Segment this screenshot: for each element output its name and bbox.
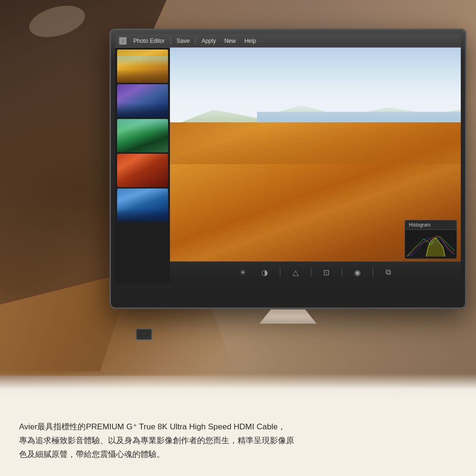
main-image-area: Histogram <box>170 48 461 283</box>
bottom-toolbar: ☀ ◑ △ ⊡ ◉ ⧉ <box>170 261 461 283</box>
histogram-panel: Histogram <box>405 220 457 259</box>
monitor-bezel: Photo Editor Save Apply New Help <box>109 29 466 309</box>
menu-new[interactable]: New <box>220 37 239 45</box>
menu-bar: Photo Editor Save Apply New Help <box>115 34 461 48</box>
menu-apply[interactable]: Apply <box>198 37 219 45</box>
contrast-icon[interactable]: ◑ <box>258 266 271 279</box>
caption-line2: 專為追求極致影音體驗、以及身為專業影像創作者的您而生，精準呈現影像原 <box>19 436 294 445</box>
watch <box>136 328 152 340</box>
caption-area: Avier最具指標性的PREMIUM G⁺ True 8K Ultra High… <box>0 374 476 476</box>
histogram-chart <box>405 230 456 258</box>
levels-icon[interactable]: △ <box>289 266 302 279</box>
toolbar-separator-4 <box>373 268 373 277</box>
crop-icon[interactable]: ⊡ <box>320 266 333 279</box>
thumbnail-3[interactable] <box>117 119 168 152</box>
histogram-title: Histogram <box>405 220 456 230</box>
monitor-stand <box>259 309 317 324</box>
toolbar-separator-2 <box>311 268 311 277</box>
thumbnail-4[interactable] <box>117 154 168 187</box>
eye-icon[interactable]: ◉ <box>351 266 364 279</box>
screen-content: Histogram <box>115 48 461 283</box>
caption-text: Avier最具指標性的PREMIUM G⁺ True 8K Ultra High… <box>19 420 294 462</box>
menu-save[interactable]: Save <box>173 37 193 45</box>
toolbar-separator-3 <box>342 268 342 277</box>
menu-separator-1 <box>170 38 171 44</box>
monitor: Photo Editor Save Apply New Help <box>109 29 466 324</box>
copy-icon[interactable]: ⧉ <box>382 266 395 279</box>
thumbnail-2[interactable] <box>117 84 168 118</box>
menu-separator-2 <box>195 38 196 44</box>
menu-app-name[interactable]: Photo Editor <box>129 37 169 45</box>
thumbnail-panel <box>115 48 170 283</box>
thumbnail-5[interactable] <box>117 188 168 222</box>
brightness-icon[interactable]: ☀ <box>236 266 249 279</box>
caption-line1: Avier最具指標性的PREMIUM G⁺ True 8K Ultra High… <box>19 422 286 431</box>
svg-rect-1 <box>121 40 124 42</box>
thumbnail-1[interactable] <box>117 50 168 83</box>
toolbar-separator-1 <box>280 268 280 277</box>
caption-line3: 色及細膩原聲，帶給您震懾心魂的體驗。 <box>19 450 165 459</box>
app-icon <box>119 37 127 45</box>
menu-help[interactable]: Help <box>240 37 260 45</box>
histogram-svg <box>407 232 455 257</box>
screen: Photo Editor Save Apply New Help <box>115 34 461 283</box>
